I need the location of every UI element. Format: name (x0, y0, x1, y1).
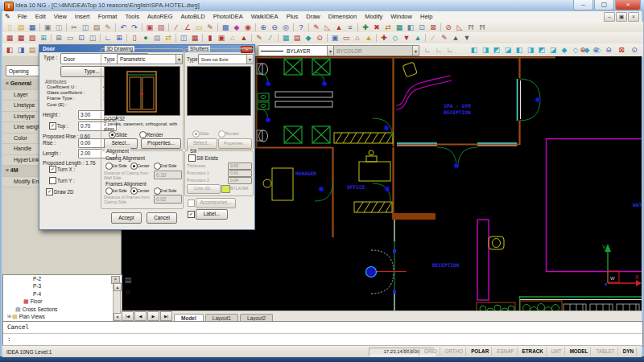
separator[interactable] (255, 23, 256, 31)
add-icon[interactable]: ✚ (360, 23, 371, 32)
accept-button[interactable]: Accept (111, 212, 142, 224)
separator[interactable] (100, 34, 101, 42)
explode-icon[interactable]: ⊠ (427, 23, 439, 32)
close-button[interactable]: × (615, 0, 641, 10)
ucs-icon[interactable]: ∟ (422, 45, 433, 55)
separator[interactable] (425, 34, 426, 42)
tree-item[interactable]: ▤ Cross Sections (3, 306, 122, 313)
tab-nav-arrow-icon[interactable]: ◀ (134, 311, 147, 321)
view-back-icon[interactable]: ◨ (525, 45, 536, 55)
copy-icon[interactable]: ◫ (80, 23, 91, 32)
wall-double-icon[interactable]: ▦ (15, 33, 27, 43)
wall-icon[interactable]: ▦ (4, 33, 15, 43)
tree-item[interactable]: P-3 (3, 282, 122, 290)
target-icon[interactable]: ⊙ (314, 33, 325, 43)
separator[interactable] (293, 23, 294, 31)
viewport-icon[interactable]: ▣ (329, 33, 341, 43)
zoom-window-icon[interactable]: ◎ (280, 23, 291, 32)
separator[interactable] (376, 34, 377, 42)
status-toggle[interactable]: MODEL (567, 347, 592, 356)
accessories-button[interactable]: Accessories... (196, 198, 236, 208)
separator[interactable] (51, 34, 52, 42)
iso-sw-icon[interactable]: ◆ (559, 45, 570, 55)
shutters-slide-radio[interactable] (192, 130, 200, 138)
sort-up-icon[interactable]: ▲ (450, 33, 461, 43)
plus-icon[interactable]: ✚ (378, 33, 390, 43)
redo-icon[interactable]: ↷ (129, 23, 140, 32)
floor-red-icon[interactable]: ⌂ (122, 286, 134, 296)
sections-icon[interactable]: ▤ (122, 275, 134, 285)
menu-item[interactable]: File (14, 13, 31, 20)
status-toggle[interactable]: LWT (548, 347, 565, 356)
rectangle-icon[interactable]: ▭ (193, 23, 204, 32)
frame-icon[interactable]: ⊡ (76, 33, 87, 43)
status-toggle[interactable]: ORTHO (442, 347, 467, 356)
sort-down-icon[interactable]: ▼ (461, 33, 473, 43)
print-preview-icon[interactable]: ◫ (53, 23, 64, 32)
measure-icon[interactable]: ◺ (322, 23, 333, 32)
slide-radio[interactable] (109, 131, 116, 138)
redline-icon[interactable]: ✎ (311, 23, 322, 32)
corner-icon[interactable]: ∟ (102, 33, 114, 43)
slab-icon[interactable]: ⊞ (38, 33, 49, 43)
layers-icon[interactable]: ≡ (345, 23, 356, 32)
door-icon[interactable]: ▯ (129, 33, 140, 43)
status-toggle[interactable]: GRID (421, 347, 440, 356)
view-right-icon[interactable]: ◪ (502, 45, 514, 55)
shutters-type-combo[interactable]: Does not Exist (198, 54, 254, 64)
hatch-icon[interactable]: ▧ (155, 23, 167, 32)
ucs-entity-icon[interactable]: ∟ (444, 45, 456, 55)
alert-icon[interactable]: ▲ (333, 23, 345, 32)
command-window[interactable]: Cancel : (2, 321, 643, 347)
command-prompt[interactable]: : (7, 335, 11, 343)
accessories-checkbox[interactable] (188, 200, 195, 207)
label-button[interactable]: Label... (196, 209, 228, 220)
view-sw-icon[interactable]: ◩ (536, 45, 547, 55)
menu-item[interactable]: Help (416, 13, 436, 20)
warning-icon[interactable]: ▲ (363, 33, 374, 43)
delete-icon[interactable]: ✖ (371, 23, 382, 32)
menu-item[interactable]: WalkIDEA (247, 13, 283, 20)
expand-icon[interactable]: ⊞ (7, 313, 11, 320)
turn-y-checkbox[interactable] (49, 177, 56, 184)
separator[interactable] (66, 23, 67, 31)
tree-item[interactable]: ⊞ ▤ Plan Views (3, 313, 122, 320)
swap-icon[interactable]: ⇄ (382, 23, 394, 32)
menu-item[interactable]: Window (386, 13, 416, 20)
sill-exists-checkbox[interactable] (188, 154, 196, 162)
zoom-in-icon[interactable]: ⊕ (258, 23, 269, 32)
zoom-out-icon[interactable]: ⊖ (602, 45, 615, 55)
ramp-icon[interactable]: ▲ (238, 33, 250, 43)
view-se-icon[interactable]: ◪ (547, 45, 559, 55)
menu-item[interactable]: Format (94, 13, 122, 20)
tab-nav-arrow-icon[interactable]: |◀ (122, 311, 134, 321)
separator[interactable] (175, 34, 176, 42)
view-top-icon[interactable]: ◧ (469, 45, 480, 55)
color-combo[interactable]: BYCOLOR (333, 45, 419, 56)
help-icon[interactable]: ? (295, 23, 307, 32)
tree-scrollbar[interactable]: ▲ ▼ (113, 282, 121, 322)
column-icon[interactable]: ▮ (204, 33, 216, 43)
zoom-previous-icon[interactable]: ⊙ (628, 45, 641, 55)
status-toggle[interactable]: DYN (620, 347, 637, 356)
grid-icon[interactable]: ⊞ (53, 33, 64, 43)
mesh-icon[interactable]: ⊞ (114, 33, 125, 43)
undo-icon[interactable]: ↶ (118, 23, 129, 32)
separator[interactable] (278, 34, 279, 42)
wall-hatch-icon[interactable]: ▧ (27, 33, 38, 43)
separator[interactable] (202, 34, 203, 42)
render-icon[interactable]: ◆ (231, 23, 242, 32)
color-2d-button[interactable]: Color 2D... (187, 184, 221, 194)
topo-icon[interactable]: ▦ (280, 33, 291, 43)
diamond-icon[interactable]: ◇ (390, 33, 401, 43)
beam-icon[interactable]: ▭ (64, 33, 76, 43)
tab-nav-arrow-icon[interactable]: ▶| (160, 311, 172, 321)
menu-item[interactable]: PhotoIDEA (209, 13, 247, 20)
menu-item[interactable]: Modify (361, 13, 386, 20)
print-icon[interactable]: ▣ (42, 23, 53, 32)
scroll-up-icon[interactable]: ▲ (114, 283, 122, 291)
region-icon[interactable]: ◧ (405, 23, 416, 32)
label-checkbox[interactable]: ✓ (188, 211, 195, 218)
separator[interactable] (115, 23, 116, 31)
fence-icon[interactable]: Ħ (465, 23, 477, 32)
